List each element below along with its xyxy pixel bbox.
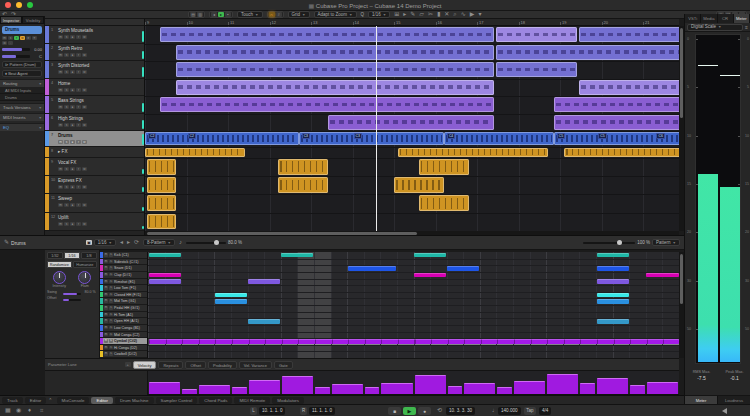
track-solo-button[interactable]: s (64, 140, 69, 144)
lane-mute-button[interactable]: m (104, 286, 108, 290)
step-note-kick-c1-[interactable] (414, 253, 446, 258)
step-note-snare-d1-[interactable] (447, 266, 479, 271)
drum-lane-mid-conga-c2-[interactable]: msMid Conga (C2) (100, 332, 148, 339)
drum-lane-pedal-hh-g-1-[interactable]: msPedal HH (G#1) (100, 305, 148, 312)
step-size-1-32[interactable]: 1/32 (47, 252, 63, 259)
drum-lane-mid-tom-g1-[interactable]: msMid Tom (G1) (100, 298, 148, 305)
clip-fx[interactable] (147, 195, 176, 211)
lane-mute-button[interactable]: m (104, 293, 108, 297)
pattern-select[interactable]: 8-Pattern▼ (143, 239, 175, 246)
lane-mute-button[interactable]: m (104, 339, 108, 343)
autoscroll-icon[interactable]: ▸ (218, 12, 224, 17)
step-note-cymbal-c-2-[interactable] (149, 339, 679, 344)
bottom-tab-track[interactable]: Track (2, 397, 23, 404)
velocity-bar[interactable] (232, 387, 247, 394)
track-mute-button[interactable]: m (58, 222, 63, 226)
lane-solo-button[interactable]: s (109, 266, 113, 270)
track-mute-button[interactable]: m (58, 70, 63, 74)
bottom-tab-modulators[interactable]: Modulators (272, 397, 304, 404)
velocity-bar[interactable] (448, 386, 463, 394)
grid-type-select[interactable]: Grid▼ (288, 11, 310, 18)
clip-drums[interactable] (145, 132, 299, 145)
track-mute-button[interactable]: m (58, 140, 63, 144)
track-row-express-fx[interactable]: 10Express FXms●rw (45, 176, 145, 194)
glue-tool-icon[interactable]: ▮ (437, 11, 440, 18)
track-row-synth-distorted[interactable]: 3Synth Distortedms●rw (45, 61, 145, 79)
clip-synth[interactable] (160, 27, 494, 42)
track-row-fx[interactable]: 8▸ FX (45, 147, 145, 159)
velocity-bar[interactable] (199, 385, 230, 394)
clip-drums[interactable] (299, 132, 444, 145)
record-button[interactable]: ● (418, 407, 431, 415)
lane-mute-button[interactable]: m (104, 333, 108, 337)
pan-slider[interactable] (2, 55, 30, 58)
pattern-functions-button[interactable]: Pattern▼ (652, 239, 680, 246)
step-note-rimshot-e1-[interactable] (248, 279, 280, 284)
swing-slider[interactable] (63, 293, 81, 296)
lane-mute-button[interactable]: m (104, 319, 108, 323)
lane-mute-button[interactable]: m (104, 280, 108, 284)
lane-mute-button[interactable]: m (104, 266, 108, 270)
routing-item[interactable]: Drums (0, 94, 44, 101)
step-note-kick-c1-[interactable] (149, 253, 181, 258)
track-solo-button[interactable]: s (64, 70, 69, 74)
velocity-bar[interactable] (332, 384, 363, 394)
track-record-button[interactable]: ● (70, 88, 75, 92)
step-note-closed-hh-f-1-[interactable] (597, 293, 629, 298)
track-solo-button[interactable]: s (64, 35, 69, 39)
clip-fx[interactable] (147, 214, 176, 230)
meter-tab-meter[interactable]: Meter (685, 396, 718, 404)
editor-vscrollbar[interactable] (679, 252, 684, 358)
drum-lane-kick-c1-[interactable]: msKick (C1) (100, 252, 148, 259)
inspector-mini-button[interactable]: ◦ (8, 41, 13, 45)
lane-solo-button[interactable]: s (109, 253, 113, 257)
draw-tool-icon[interactable]: ✎ (410, 11, 415, 18)
select-tool-icon[interactable]: ▸ (403, 11, 406, 18)
inspector-mini-button[interactable]: s (8, 36, 13, 40)
inspector-section-eq[interactable]: EQ▼ (0, 123, 44, 131)
clip-synth[interactable] (176, 62, 493, 77)
tap-tempo-button[interactable]: Tap (524, 407, 536, 415)
track-record-button[interactable]: ● (70, 123, 75, 127)
track-row-bass-strings[interactable]: 5Bass Stringsms●rw (45, 96, 145, 114)
play-button[interactable]: ▶ (403, 407, 416, 415)
track-write-button[interactable]: w (82, 123, 87, 127)
lane-solo-button[interactable]: s (109, 306, 113, 310)
velocity-bar[interactable] (149, 382, 180, 394)
track-write-button[interactable]: w (82, 222, 87, 226)
erase-tool-icon[interactable]: ▱ (419, 11, 424, 18)
track-read-button[interactable]: r (76, 70, 81, 74)
velocity-bar[interactable] (547, 374, 578, 394)
track-solo-button[interactable]: s (64, 53, 69, 57)
track-record-button[interactable]: ● (70, 70, 75, 74)
lane-solo-button[interactable]: s (109, 293, 113, 297)
stop-button[interactable]: ■ (388, 407, 401, 415)
track-record-button[interactable]: ● (70, 203, 75, 207)
play-tool-icon[interactable]: ▶ (470, 11, 475, 18)
clip-fx[interactable] (147, 177, 176, 193)
param-button-velocity[interactable]: Velocity (133, 361, 157, 369)
snap-magnet-icon[interactable]: ∩ (269, 12, 275, 17)
meter-settings-icon[interactable]: ≡ (745, 24, 748, 31)
automation-mode-select[interactable]: Touch▼ (237, 11, 262, 18)
quantize-preset-select[interactable]: 1/16▼ (368, 11, 390, 18)
lane-mute-button[interactable]: m (104, 273, 108, 277)
step-note-kick-c1-[interactable] (597, 253, 629, 258)
lane-mute-button[interactable]: m (104, 260, 108, 264)
clip-fx[interactable] (278, 177, 328, 193)
lane-mute-button[interactable]: m (104, 306, 108, 310)
swing-toolbar-slider[interactable] (186, 242, 226, 244)
track-read-button[interactable]: r (76, 185, 81, 189)
editor-grid-select[interactable]: 1/16▼ (94, 239, 116, 246)
routing-item[interactable]: All MIDI Inputs (0, 87, 44, 94)
clip-fx[interactable] (278, 159, 328, 175)
velocity-bar[interactable] (630, 385, 645, 394)
track-mute-button[interactable]: m (58, 53, 63, 57)
drum-lane-low-conga-b1-[interactable]: msLow Conga (B1) (100, 325, 148, 332)
clip-fx[interactable] (394, 177, 444, 193)
lane-mute-button[interactable]: m (104, 352, 108, 356)
nudge-left-icon[interactable]: ◂ (120, 239, 123, 246)
bottom-tab-midi-remote[interactable]: MIDI Remote (234, 397, 270, 404)
track-record-button[interactable]: ● (70, 35, 75, 39)
track-record-button[interactable]: ● (70, 167, 75, 171)
